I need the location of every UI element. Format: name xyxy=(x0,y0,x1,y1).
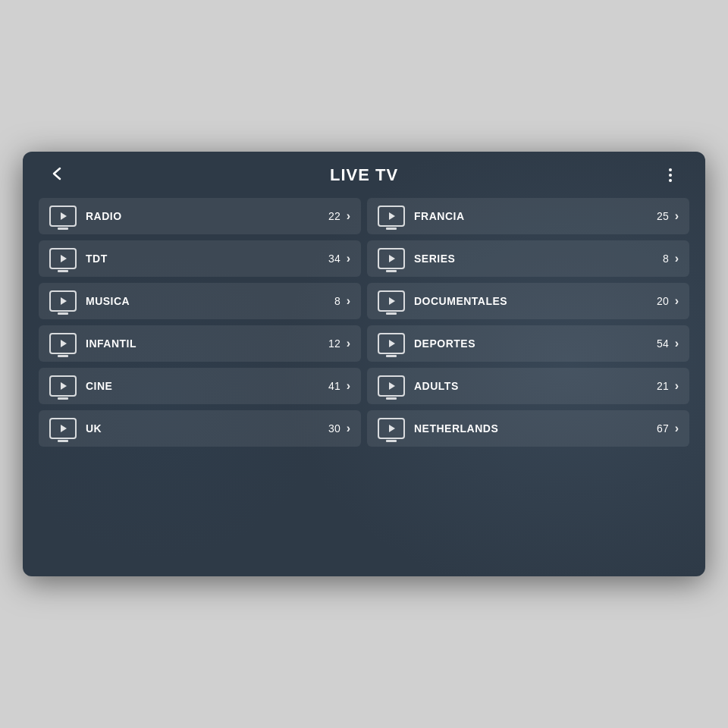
category-item-musica[interactable]: MUSICA 8 › xyxy=(39,283,361,319)
play-icon-radio xyxy=(61,212,67,220)
category-label-uk: UK xyxy=(86,422,328,435)
tv-icon-cine xyxy=(49,375,77,397)
category-item-documentales[interactable]: DOCUMENTALES 20 › xyxy=(367,283,689,319)
chevron-icon-francia: › xyxy=(675,209,679,223)
dot2 xyxy=(669,174,672,177)
category-item-netherlands[interactable]: NETHERLANDS 67 › xyxy=(367,410,689,447)
chevron-icon-musica: › xyxy=(347,294,350,308)
tv-icon-series xyxy=(378,248,405,269)
play-icon-documentales xyxy=(389,297,395,305)
chevron-icon-infantil: › xyxy=(347,337,350,350)
category-label-cine: CINE xyxy=(86,380,328,392)
category-item-francia[interactable]: FRANCIA 25 › xyxy=(367,198,689,234)
category-label-tdt: TDT xyxy=(86,253,328,265)
play-icon-series xyxy=(389,255,395,262)
category-count-series: 8 xyxy=(663,253,669,265)
category-label-musica: MUSICA xyxy=(86,295,334,307)
chevron-icon-radio: › xyxy=(347,209,350,223)
category-item-infantil[interactable]: INFANTIL 12 › xyxy=(39,325,361,362)
tv-icon-documentales xyxy=(378,290,405,312)
category-item-uk[interactable]: UK 30 › xyxy=(39,410,361,447)
chevron-icon-uk: › xyxy=(347,422,350,435)
chevron-icon-netherlands: › xyxy=(675,422,679,435)
chevron-icon-tdt: › xyxy=(347,252,350,265)
category-label-netherlands: NETHERLANDS xyxy=(414,422,657,435)
tv-icon-infantil xyxy=(49,333,77,354)
category-item-deportes[interactable]: DEPORTES 54 › xyxy=(367,325,689,362)
category-count-uk: 30 xyxy=(328,422,340,435)
category-count-cine: 41 xyxy=(328,380,340,392)
play-icon-netherlands xyxy=(389,425,395,432)
category-item-cine[interactable]: CINE 41 › xyxy=(39,368,361,404)
phone-container: LIVE TV RADIO 22 › FRANCIA 25 › xyxy=(0,0,728,728)
tv-icon-francia xyxy=(378,206,405,227)
category-item-radio[interactable]: RADIO 22 › xyxy=(39,198,361,234)
category-count-adults: 21 xyxy=(657,380,669,392)
category-count-musica: 8 xyxy=(334,295,340,307)
tv-icon-musica xyxy=(49,290,77,312)
category-count-infantil: 12 xyxy=(328,337,340,350)
category-count-netherlands: 67 xyxy=(657,422,669,435)
play-icon-tdt xyxy=(61,255,67,262)
chevron-icon-cine: › xyxy=(347,379,350,393)
category-count-tdt: 34 xyxy=(328,253,340,265)
tv-icon-uk xyxy=(49,418,77,439)
category-item-adults[interactable]: ADULTS 21 › xyxy=(367,368,689,404)
tv-icon-netherlands xyxy=(378,418,405,439)
category-label-radio: RADIO xyxy=(86,210,328,222)
tv-icon-adults xyxy=(378,375,405,397)
category-grid: RADIO 22 › FRANCIA 25 › TDT 34 › SERIES … xyxy=(23,196,705,449)
tv-icon-radio xyxy=(49,206,77,227)
category-item-tdt[interactable]: TDT 34 › xyxy=(39,240,361,277)
chevron-icon-deportes: › xyxy=(675,337,679,350)
dot3 xyxy=(669,179,672,182)
dot1 xyxy=(669,168,672,171)
category-count-documentales: 20 xyxy=(657,295,669,307)
category-count-radio: 22 xyxy=(328,210,340,222)
page-title: LIVE TV xyxy=(330,165,398,185)
category-count-francia: 25 xyxy=(657,210,669,222)
chevron-icon-series: › xyxy=(675,252,679,265)
category-item-series[interactable]: SERIES 8 › xyxy=(367,240,689,277)
category-label-francia: FRANCIA xyxy=(414,210,657,222)
play-icon-adults xyxy=(389,382,395,390)
play-icon-francia xyxy=(389,212,395,220)
tv-icon-tdt xyxy=(49,248,77,269)
chevron-icon-documentales: › xyxy=(675,294,679,308)
category-count-deportes: 54 xyxy=(657,337,669,350)
category-label-infantil: INFANTIL xyxy=(86,337,328,350)
play-icon-uk xyxy=(61,425,67,432)
play-icon-cine xyxy=(61,382,67,390)
chevron-icon-adults: › xyxy=(675,379,679,393)
category-label-series: SERIES xyxy=(414,253,663,265)
category-label-adults: ADULTS xyxy=(414,380,657,392)
play-icon-musica xyxy=(61,297,67,305)
play-icon-deportes xyxy=(389,340,395,347)
back-button[interactable] xyxy=(44,165,71,185)
app-window: LIVE TV RADIO 22 › FRANCIA 25 › xyxy=(23,152,705,576)
header: LIVE TV xyxy=(23,152,705,196)
category-label-documentales: DOCUMENTALES xyxy=(414,295,657,307)
category-label-deportes: DEPORTES xyxy=(414,337,657,350)
play-icon-infantil xyxy=(61,340,67,347)
tv-icon-deportes xyxy=(378,333,405,354)
more-button[interactable] xyxy=(657,168,684,182)
